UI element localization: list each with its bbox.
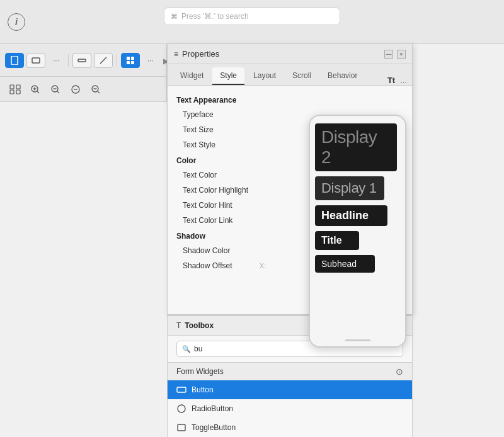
toolbar-separator-1 xyxy=(68,54,69,67)
svg-rect-8 xyxy=(10,85,14,89)
form-widgets-label: Form Widgets xyxy=(176,367,224,376)
tt-button[interactable]: Tt xyxy=(387,76,395,85)
togglebutton-widget-icon xyxy=(176,423,186,433)
svg-rect-10 xyxy=(10,90,14,94)
svg-line-3 xyxy=(100,57,106,64)
button-widget-label: Button xyxy=(192,385,214,394)
widget-radiobutton-row[interactable]: RadioButton xyxy=(168,399,412,418)
top-toolbar: i ⌘ Press '⌘.' to search xyxy=(0,0,504,44)
tab-style[interactable]: Style xyxy=(212,67,244,85)
svg-rect-26 xyxy=(178,424,185,431)
bar-btn[interactable] xyxy=(72,53,91,68)
widget-type-toolbar: ··· ··· xyxy=(0,44,167,77)
grid-btn[interactable] xyxy=(121,53,140,68)
svg-line-23 xyxy=(98,91,100,93)
svg-rect-11 xyxy=(16,90,20,94)
tab-behavior[interactable]: Behavior xyxy=(320,67,365,85)
text-appearance-section-header: Text Appearance xyxy=(168,92,412,107)
line-btn[interactable] xyxy=(94,53,113,68)
text-appearance-title: Text Appearance xyxy=(176,96,236,105)
tab-layout[interactable]: Layout xyxy=(246,67,284,85)
more-btn-2[interactable]: ··· xyxy=(142,53,159,68)
panel-title: Properties xyxy=(182,49,384,59)
svg-line-15 xyxy=(37,91,39,93)
device-screen: Display 2 Display 1 Headline Title Subhe… xyxy=(310,116,405,346)
device-preview: Display 2 Display 1 Headline Title Subhe… xyxy=(309,115,406,348)
search-placeholder: Press '⌘.' to search xyxy=(181,12,249,21)
svg-rect-1 xyxy=(32,58,40,63)
svg-rect-6 xyxy=(127,61,130,64)
zoom-in-btn[interactable] xyxy=(28,82,43,97)
tab-widget[interactable]: Widget xyxy=(173,67,211,85)
toolbox-search-value: bu xyxy=(194,344,202,353)
panel-controls: — × xyxy=(384,50,406,59)
form-widgets-header: Form Widgets ⊙ xyxy=(168,363,412,380)
widget-togglebutton-row[interactable]: ToggleButton xyxy=(168,418,412,437)
svg-rect-24 xyxy=(177,387,186,392)
global-search-bar[interactable]: ⌘ Press '⌘.' to search xyxy=(164,8,340,25)
search-toolbox-icon: 🔍 xyxy=(182,345,191,353)
widget-button-row[interactable]: Button xyxy=(168,380,412,399)
title-text: Title xyxy=(315,231,359,250)
toolbox-icon: T xyxy=(176,321,181,330)
reset-zoom-btn[interactable] xyxy=(88,82,103,97)
collapse-btn[interactable]: ⊙ xyxy=(396,366,403,377)
info-icon[interactable]: i xyxy=(8,13,25,31)
device-home-indicator xyxy=(345,339,370,341)
grid-view-btn[interactable] xyxy=(8,82,23,97)
tab-bar: Widget Style Layout Scroll Behavior Tt .… xyxy=(168,64,412,86)
svg-rect-7 xyxy=(131,61,134,64)
svg-point-25 xyxy=(178,405,185,412)
panel-minimize-btn[interactable]: — xyxy=(384,50,393,59)
form-widgets-section: Form Widgets ⊙ Button RadioButton xyxy=(168,362,412,437)
svg-line-18 xyxy=(57,91,59,93)
tab-scroll[interactable]: Scroll xyxy=(285,67,319,85)
panel-title-icon: ≡ xyxy=(174,50,178,59)
headline-text: Headline xyxy=(315,205,387,226)
shadow-section-title: Shadow xyxy=(176,232,205,241)
subhead-text: Subhead xyxy=(315,255,375,273)
panel-close-btn[interactable]: × xyxy=(397,50,406,59)
fit-btn[interactable] xyxy=(68,82,83,97)
zoom-toolbar xyxy=(0,77,167,102)
button-widget-icon xyxy=(176,385,186,395)
zoom-out-btn[interactable] xyxy=(48,82,63,97)
more-options-btn[interactable]: ... xyxy=(400,76,407,85)
panel-titlebar: ≡ Properties — × xyxy=(168,44,412,64)
display2-text: Display 2 xyxy=(315,123,397,171)
radiobutton-widget-label: RadioButton xyxy=(192,404,233,413)
more-btn-1[interactable]: ··· xyxy=(48,53,64,68)
svg-rect-4 xyxy=(127,57,130,60)
color-section-title: Color xyxy=(176,156,196,165)
display1-text: Display 1 xyxy=(315,176,384,200)
rect-btn[interactable] xyxy=(26,53,45,68)
radiobutton-widget-icon xyxy=(176,404,186,414)
mobile-btn[interactable] xyxy=(5,53,24,68)
svg-rect-9 xyxy=(16,85,20,89)
search-icon: ⌘ xyxy=(171,13,178,21)
svg-rect-5 xyxy=(131,57,134,60)
svg-rect-0 xyxy=(11,56,18,65)
toolbar-separator-2 xyxy=(117,54,117,67)
svg-rect-2 xyxy=(78,59,86,62)
togglebutton-widget-label: ToggleButton xyxy=(192,423,236,432)
